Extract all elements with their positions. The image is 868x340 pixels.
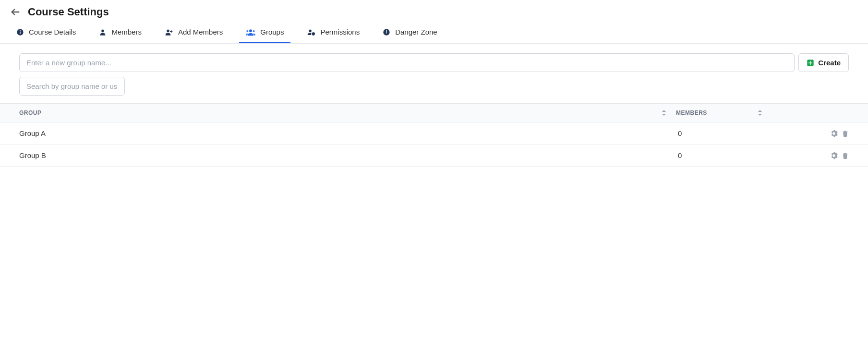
gear-icon xyxy=(830,130,838,137)
column-header-group[interactable]: GROUP xyxy=(19,109,676,116)
column-label: MEMBERS xyxy=(676,109,707,116)
gear-icon xyxy=(830,152,838,159)
groups-table: GROUP MEMBERS Group A 0 xyxy=(0,103,868,167)
new-group-input[interactable] xyxy=(19,53,795,72)
svg-point-5 xyxy=(167,29,169,32)
tab-groups[interactable]: Groups xyxy=(239,22,290,43)
column-header-actions xyxy=(772,109,849,116)
table-row: Group A 0 xyxy=(0,122,868,145)
tab-label: Groups xyxy=(260,28,284,36)
tab-label: Members xyxy=(111,28,142,36)
create-button-label: Create xyxy=(818,59,841,67)
tab-label: Add Members xyxy=(178,28,223,36)
svg-rect-17 xyxy=(808,62,812,63)
users-icon xyxy=(246,28,255,36)
members-count-cell: 0 xyxy=(676,151,772,159)
svg-point-9 xyxy=(247,30,249,32)
column-label: GROUP xyxy=(19,109,42,116)
group-name-cell: Group B xyxy=(19,151,676,159)
tabs-bar: Course Details Members Add Members Group… xyxy=(0,22,868,44)
settings-button[interactable] xyxy=(830,130,838,137)
settings-button[interactable] xyxy=(830,152,838,159)
search-row xyxy=(19,77,849,96)
plus-square-icon xyxy=(807,59,814,67)
tab-label: Course Details xyxy=(29,28,76,36)
user-plus-icon xyxy=(165,28,173,36)
tab-label: Permissions xyxy=(320,28,360,36)
table-row: Group B 0 xyxy=(0,145,868,167)
column-header-members[interactable]: MEMBERS xyxy=(676,109,772,116)
page-title: Course Settings xyxy=(28,6,109,18)
svg-marker-18 xyxy=(662,110,666,112)
create-button[interactable]: Create xyxy=(798,53,849,72)
svg-point-10 xyxy=(253,30,255,32)
svg-rect-14 xyxy=(386,33,386,34)
table-header: GROUP MEMBERS xyxy=(0,103,868,122)
svg-marker-21 xyxy=(758,114,762,116)
group-name-cell: Group A xyxy=(19,129,676,137)
tab-danger-zone[interactable]: Danger Zone xyxy=(376,22,444,43)
table-body: Group A 0 Group B 0 xyxy=(0,122,868,167)
svg-rect-3 xyxy=(20,30,20,31)
svg-rect-2 xyxy=(20,31,20,34)
row-actions xyxy=(772,152,849,159)
tab-add-members[interactable]: Add Members xyxy=(158,22,229,43)
user-icon xyxy=(99,28,107,36)
tab-permissions[interactable]: Permissions xyxy=(300,22,366,43)
row-actions xyxy=(772,130,849,137)
svg-point-4 xyxy=(102,29,105,32)
svg-point-11 xyxy=(309,29,312,32)
info-icon xyxy=(16,28,24,36)
back-button[interactable] xyxy=(10,6,21,18)
svg-rect-13 xyxy=(386,30,386,33)
tab-members[interactable]: Members xyxy=(92,22,148,43)
sort-icon xyxy=(662,110,666,116)
trash-icon xyxy=(842,130,849,137)
warning-icon xyxy=(383,28,390,36)
content-area: Create GROUP MEMBERS Group A xyxy=(0,44,868,176)
create-group-row: Create xyxy=(19,53,849,72)
tab-label: Danger Zone xyxy=(395,28,437,36)
svg-rect-7 xyxy=(170,31,172,32)
svg-marker-19 xyxy=(662,114,666,116)
user-shield-icon xyxy=(307,28,315,36)
arrow-left-icon xyxy=(10,7,21,17)
trash-icon xyxy=(842,152,849,159)
svg-marker-20 xyxy=(758,110,762,112)
sort-icon xyxy=(758,110,762,116)
delete-button[interactable] xyxy=(842,130,849,137)
tab-course-details[interactable]: Course Details xyxy=(10,22,83,43)
members-count-cell: 0 xyxy=(676,129,772,137)
delete-button[interactable] xyxy=(842,152,849,159)
svg-point-8 xyxy=(249,29,252,32)
search-input[interactable] xyxy=(19,77,125,96)
page-header: Course Settings xyxy=(0,0,868,22)
